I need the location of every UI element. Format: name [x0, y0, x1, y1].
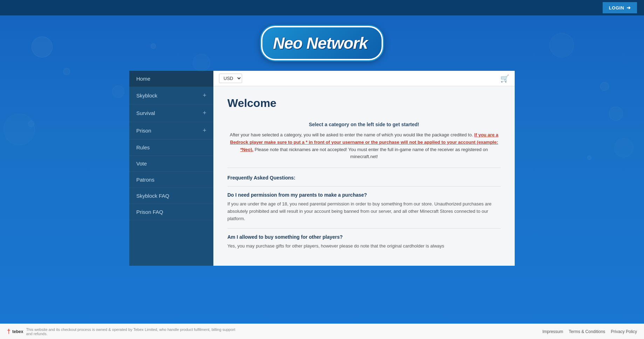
footer-description: This website and its checkout process is…	[26, 327, 236, 336]
intro-text-1: After your have selected a category, you…	[230, 132, 474, 137]
footer-link-impressum[interactable]: Impressum	[542, 329, 563, 334]
logo-neo: Neo	[273, 34, 302, 52]
sidebar-vote-label: Vote	[136, 161, 147, 167]
sidebar-home-label: Home	[136, 76, 150, 82]
intro-heading: Select a category on the left side to ge…	[227, 122, 501, 127]
skyblock-expand-icon: +	[203, 92, 206, 99]
sidebar-item-prison-faq[interactable]: Prison FAQ	[129, 204, 213, 220]
sidebar-item-patrons[interactable]: Patrons	[129, 172, 213, 188]
faq-answer-1: Yes, you may purchase gifts for other pl…	[227, 243, 501, 250]
sidebar-item-vote[interactable]: Vote	[129, 156, 213, 172]
sidebar-item-home[interactable]: Home	[129, 71, 213, 87]
currency-select[interactable]: USD EUR GBP CAD AUD	[219, 74, 242, 83]
bubble-decoration	[193, 54, 210, 72]
cart-icon: 🛒	[500, 75, 509, 82]
bubble-decoration	[112, 86, 124, 98]
logo-network: Network	[302, 34, 368, 52]
faq-answer-0: If you are under the age of 18, you need…	[227, 201, 501, 222]
welcome-section: Welcome Select a category on the left si…	[213, 86, 515, 266]
footer-link-privacy[interactable]: Privacy Policy	[611, 329, 637, 334]
faq-item-1: Am I allowed to buy something for other …	[227, 228, 501, 256]
bubble-decoration	[587, 156, 591, 160]
intro-text: After your have selected a category, you…	[227, 131, 501, 161]
bubble-decoration	[549, 33, 574, 57]
logo-text: Neo Network	[273, 34, 368, 52]
sidebar-item-skyblock[interactable]: Skyblock +	[129, 87, 213, 104]
faq-section: Frequently Asked Questions: Do I need pe…	[227, 175, 501, 255]
cart-button[interactable]: 🛒	[500, 74, 509, 83]
faq-item-0: Do I need permission from my parents to …	[227, 186, 501, 228]
tebex-logo: † tebex	[7, 328, 23, 335]
bubble-decoration	[63, 68, 70, 75]
logo-area: Neo Network	[0, 15, 644, 71]
sidebar-prison-label: Prison	[136, 128, 151, 134]
footer: † tebex This website and its checkout pr…	[0, 324, 644, 339]
sidebar-item-skyblock-faq[interactable]: Skyblock FAQ	[129, 188, 213, 204]
faq-question-0: Do I need permission from my parents to …	[227, 192, 501, 198]
background-area: Neo Network Home Skyblock + Survival + P…	[0, 15, 644, 339]
welcome-title: Welcome	[227, 97, 501, 110]
survival-expand-icon: +	[203, 109, 206, 117]
sidebar: Home Skyblock + Survival + Prison + Rule…	[129, 71, 213, 266]
sidebar-patrons-label: Patrons	[136, 177, 155, 183]
sidebar-item-rules[interactable]: Rules	[129, 140, 213, 156]
faq-title: Frequently Asked Questions:	[227, 175, 501, 181]
tebex-label: tebex	[12, 329, 23, 334]
top-navigation: LOGIN ➜	[0, 0, 644, 15]
footer-links: Impressum Terms & Conditions Privacy Pol…	[542, 329, 637, 334]
intro-text-2: Please note that nicknames are not accep…	[255, 147, 488, 160]
content-area: USD EUR GBP CAD AUD 🛒 Welcome Select a c…	[213, 71, 515, 266]
logo-background: Neo Network	[261, 26, 383, 60]
login-label: LOGIN	[609, 5, 624, 11]
tebex-icon: †	[7, 328, 11, 335]
sidebar-item-survival[interactable]: Survival +	[129, 104, 213, 122]
prison-expand-icon: +	[203, 127, 206, 134]
bubble-decoration	[600, 82, 609, 91]
bubble-decoration	[609, 107, 623, 121]
site-logo: Neo Network	[261, 26, 383, 60]
login-button[interactable]: LOGIN ➜	[603, 2, 637, 13]
currency-bar: USD EUR GBP CAD AUD 🛒	[213, 71, 515, 86]
main-layout: Home Skyblock + Survival + Prison + Rule…	[129, 71, 515, 266]
sidebar-rules-label: Rules	[136, 144, 150, 150]
sidebar-prison-faq-label: Prison FAQ	[136, 209, 163, 215]
faq-question-1: Am I allowed to buy something for other …	[227, 234, 501, 240]
sidebar-skyblock-label: Skyblock	[136, 93, 157, 99]
login-arrow-icon: ➜	[626, 5, 631, 11]
bubble-decoration	[614, 138, 633, 157]
footer-link-terms[interactable]: Terms & Conditions	[569, 329, 605, 334]
sidebar-item-prison[interactable]: Prison +	[129, 122, 213, 140]
bubble-decoration	[151, 43, 156, 49]
intro-box: Select a category on the left side to ge…	[227, 118, 501, 168]
sidebar-skyblock-faq-label: Skyblock FAQ	[136, 193, 169, 199]
sidebar-survival-label: Survival	[136, 110, 155, 116]
bubble-decoration	[32, 36, 53, 57]
footer-left: † tebex This website and its checkout pr…	[7, 327, 236, 336]
bubble-decoration	[4, 114, 35, 145]
